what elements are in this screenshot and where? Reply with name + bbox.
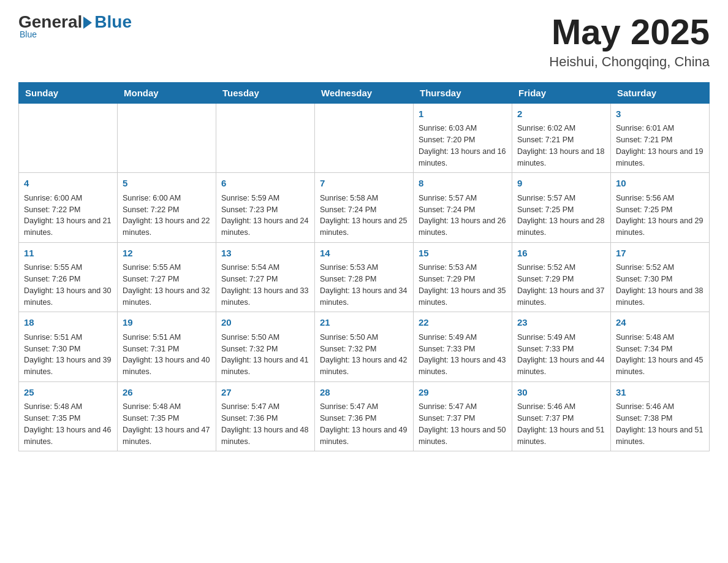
day-info: Sunrise: 5:50 AMSunset: 7:32 PMDaylight:… [320,332,408,378]
calendar-cell: 15Sunrise: 5:53 AMSunset: 7:29 PMDayligh… [414,242,512,312]
logo-tagline: Blue [20,29,37,39]
calendar-cell: 25Sunrise: 5:48 AMSunset: 7:35 PMDayligh… [19,381,118,451]
day-info: Sunrise: 6:00 AMSunset: 7:22 PMDaylight:… [123,193,211,239]
day-info: Sunrise: 5:47 AMSunset: 7:36 PMDaylight:… [320,401,408,447]
day-info: Sunrise: 5:59 AMSunset: 7:23 PMDaylight:… [221,193,309,239]
location-title: Heishui, Chongqing, China [549,54,710,70]
title-block: May 2025 Heishui, Chongqing, China [549,12,710,70]
day-info: Sunrise: 5:48 AMSunset: 7:34 PMDaylight:… [616,332,704,378]
day-number: 10 [616,177,704,191]
day-number: 9 [517,177,605,191]
day-number: 27 [221,386,309,400]
day-info: Sunrise: 5:51 AMSunset: 7:31 PMDaylight:… [123,332,211,378]
day-info: Sunrise: 5:53 AMSunset: 7:29 PMDaylight:… [419,262,507,308]
day-number: 6 [221,177,309,191]
day-info: Sunrise: 5:50 AMSunset: 7:32 PMDaylight:… [221,332,309,378]
calendar-cell [216,103,315,173]
calendar-cell: 8Sunrise: 5:57 AMSunset: 7:24 PMDaylight… [414,173,512,243]
day-number: 20 [221,316,309,330]
day-number: 17 [616,247,704,261]
calendar-cell: 12Sunrise: 5:55 AMSunset: 7:27 PMDayligh… [118,242,216,312]
day-info: Sunrise: 5:52 AMSunset: 7:29 PMDaylight:… [517,262,605,308]
day-number: 29 [419,386,507,400]
day-info: Sunrise: 5:58 AMSunset: 7:24 PMDaylight:… [320,193,408,239]
day-number: 18 [24,316,112,330]
calendar-cell: 5Sunrise: 6:00 AMSunset: 7:22 PMDaylight… [118,173,216,243]
calendar-header-friday: Friday [512,82,611,103]
calendar-table: SundayMondayTuesdayWednesdayThursdayFrid… [18,82,710,452]
logo: General Blue Blue [18,12,132,39]
calendar-cell: 19Sunrise: 5:51 AMSunset: 7:31 PMDayligh… [118,312,216,382]
day-number: 23 [517,316,605,330]
calendar-cell: 20Sunrise: 5:50 AMSunset: 7:32 PMDayligh… [216,312,315,382]
calendar-cell: 29Sunrise: 5:47 AMSunset: 7:37 PMDayligh… [414,381,512,451]
calendar-cell: 17Sunrise: 5:52 AMSunset: 7:30 PMDayligh… [611,242,710,312]
calendar-cell: 31Sunrise: 5:46 AMSunset: 7:38 PMDayligh… [611,381,710,451]
day-info: Sunrise: 5:46 AMSunset: 7:37 PMDaylight:… [517,401,605,447]
day-info: Sunrise: 5:49 AMSunset: 7:33 PMDaylight:… [419,332,507,378]
calendar-cell: 9Sunrise: 5:57 AMSunset: 7:25 PMDaylight… [512,173,611,243]
day-number: 15 [419,247,507,261]
calendar-cell [19,103,118,173]
day-number: 25 [24,386,112,400]
day-number: 5 [123,177,211,191]
day-number: 24 [616,316,704,330]
calendar-header-wednesday: Wednesday [315,82,414,103]
calendar-header-sunday: Sunday [19,82,118,103]
calendar-cell: 21Sunrise: 5:50 AMSunset: 7:32 PMDayligh… [315,312,414,382]
day-number: 22 [419,316,507,330]
calendar-cell [315,103,414,173]
day-number: 21 [320,316,408,330]
day-number: 11 [24,247,112,261]
day-info: Sunrise: 5:55 AMSunset: 7:27 PMDaylight:… [123,262,211,308]
day-info: Sunrise: 6:03 AMSunset: 7:20 PMDaylight:… [419,123,507,169]
calendar-cell: 4Sunrise: 6:00 AMSunset: 7:22 PMDaylight… [19,173,118,243]
day-info: Sunrise: 5:48 AMSunset: 7:35 PMDaylight:… [123,401,211,447]
day-number: 2 [517,107,605,121]
calendar-cell: 27Sunrise: 5:47 AMSunset: 7:36 PMDayligh… [216,381,315,451]
calendar-cell: 30Sunrise: 5:46 AMSunset: 7:37 PMDayligh… [512,381,611,451]
day-number: 30 [517,386,605,400]
day-info: Sunrise: 5:48 AMSunset: 7:35 PMDaylight:… [24,401,112,447]
logo-triangle-icon [83,17,92,29]
calendar-cell: 13Sunrise: 5:54 AMSunset: 7:27 PMDayligh… [216,242,315,312]
calendar-week-row: 1Sunrise: 6:03 AMSunset: 7:20 PMDaylight… [19,103,710,173]
calendar-cell: 11Sunrise: 5:55 AMSunset: 7:26 PMDayligh… [19,242,118,312]
day-info: Sunrise: 5:57 AMSunset: 7:24 PMDaylight:… [419,193,507,239]
calendar-cell [118,103,216,173]
calendar-cell: 7Sunrise: 5:58 AMSunset: 7:24 PMDaylight… [315,173,414,243]
day-number: 19 [123,316,211,330]
calendar-cell: 2Sunrise: 6:02 AMSunset: 7:21 PMDaylight… [512,103,611,173]
page-header: General Blue Blue May 2025 Heishui, Chon… [18,12,710,70]
day-number: 7 [320,177,408,191]
calendar-cell: 10Sunrise: 5:56 AMSunset: 7:25 PMDayligh… [611,173,710,243]
day-number: 28 [320,386,408,400]
day-info: Sunrise: 5:47 AMSunset: 7:36 PMDaylight:… [221,401,309,447]
day-info: Sunrise: 6:00 AMSunset: 7:22 PMDaylight:… [24,193,112,239]
day-number: 4 [24,177,112,191]
day-number: 16 [517,247,605,261]
calendar-header-tuesday: Tuesday [216,82,315,103]
day-info: Sunrise: 5:56 AMSunset: 7:25 PMDaylight:… [616,193,704,239]
calendar-cell: 18Sunrise: 5:51 AMSunset: 7:30 PMDayligh… [19,312,118,382]
day-info: Sunrise: 6:01 AMSunset: 7:21 PMDaylight:… [616,123,704,169]
day-number: 14 [320,247,408,261]
month-title: May 2025 [549,12,710,52]
calendar-cell: 28Sunrise: 5:47 AMSunset: 7:36 PMDayligh… [315,381,414,451]
day-info: Sunrise: 5:57 AMSunset: 7:25 PMDaylight:… [517,193,605,239]
day-number: 31 [616,386,704,400]
calendar-cell: 16Sunrise: 5:52 AMSunset: 7:29 PMDayligh… [512,242,611,312]
calendar-header-saturday: Saturday [611,82,710,103]
day-number: 3 [616,107,704,121]
calendar-cell: 23Sunrise: 5:49 AMSunset: 7:33 PMDayligh… [512,312,611,382]
day-info: Sunrise: 5:52 AMSunset: 7:30 PMDaylight:… [616,262,704,308]
calendar-week-row: 4Sunrise: 6:00 AMSunset: 7:22 PMDaylight… [19,173,710,243]
day-info: Sunrise: 5:54 AMSunset: 7:27 PMDaylight:… [221,262,309,308]
day-info: Sunrise: 5:49 AMSunset: 7:33 PMDaylight:… [517,332,605,378]
day-info: Sunrise: 5:51 AMSunset: 7:30 PMDaylight:… [24,332,112,378]
day-number: 8 [419,177,507,191]
calendar-week-row: 25Sunrise: 5:48 AMSunset: 7:35 PMDayligh… [19,381,710,451]
calendar-cell: 6Sunrise: 5:59 AMSunset: 7:23 PMDaylight… [216,173,315,243]
calendar-cell: 3Sunrise: 6:01 AMSunset: 7:21 PMDaylight… [611,103,710,173]
day-number: 1 [419,107,507,121]
